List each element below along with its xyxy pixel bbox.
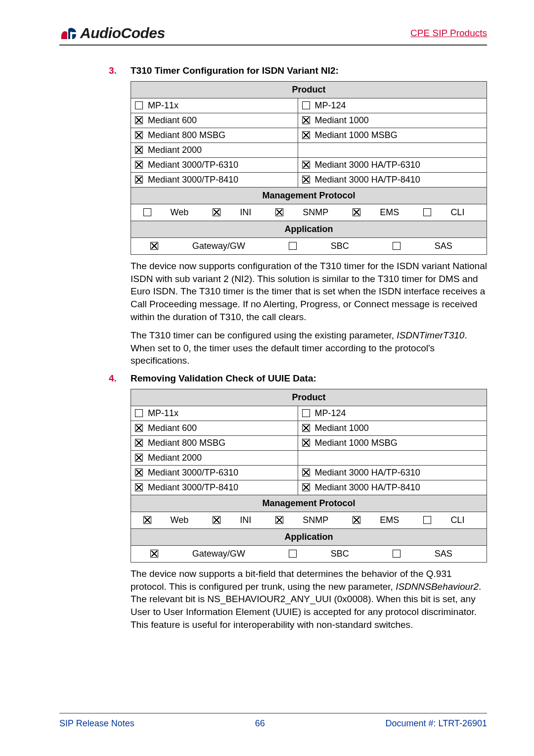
mp-label: CLI: [450, 515, 464, 525]
checkbox-icon: [143, 208, 151, 216]
product-cell: Mediant 3000/TP-6310: [131, 466, 298, 480]
checkbox-icon: [135, 439, 143, 447]
product-table: ProductMP-11xMP-124Mediant 600Mediant 10…: [131, 81, 487, 255]
checkbox-icon: [150, 242, 158, 250]
checkbox-icon: [135, 454, 143, 462]
product-cell: Mediant 2000: [131, 143, 298, 158]
brand-name: AudioCodes: [80, 25, 165, 42]
mp-label: EMS: [380, 207, 399, 218]
product-cell: Mediant 3000 HA/TP-6310: [298, 466, 487, 480]
product-cell-empty: [298, 451, 487, 466]
checkbox-icon: [353, 208, 360, 216]
mp-item: [213, 207, 225, 218]
product-cell-empty: [298, 143, 487, 158]
checkbox-icon: [289, 550, 297, 558]
app-item: [289, 549, 302, 559]
product-cell: Mediant 3000/TP-6310: [131, 158, 298, 173]
mp-label: INI: [240, 207, 251, 218]
mp-item: [275, 515, 288, 525]
mp-label: Web: [171, 515, 189, 525]
checkbox-icon: [302, 101, 310, 109]
mp-item: [353, 207, 365, 218]
product-cell: Mediant 1000 MSBG: [298, 128, 487, 143]
product-table: ProductMP-11xMP-124Mediant 600Mediant 10…: [131, 389, 487, 563]
product-cell: Mediant 3000/TP-8410: [131, 173, 298, 188]
app-label: SAS: [435, 549, 452, 559]
checkbox-icon: [393, 242, 400, 250]
checkbox-icon: [135, 101, 143, 109]
product-cell: Mediant 1000: [298, 113, 487, 128]
checkbox-icon: [135, 483, 143, 491]
product-cell: Mediant 3000 HA/TP-6310: [298, 158, 487, 173]
footer-right: Document #: LTRT-26901: [386, 718, 487, 729]
section-number: 3.: [109, 65, 122, 76]
mp-label: CLI: [450, 207, 464, 218]
checkbox-icon: [393, 550, 400, 558]
product-cell: MP-124: [298, 98, 487, 113]
product-cell: MP-124: [298, 406, 487, 421]
product-cell: MP-11x: [131, 406, 298, 421]
product-cell: Mediant 800 MSBG: [131, 128, 298, 143]
product-cell: Mediant 3000 HA/TP-8410: [298, 480, 487, 495]
paragraph: The device now supports configuration of…: [131, 260, 487, 323]
checkbox-icon: [302, 176, 310, 184]
app-item: [393, 549, 405, 559]
app-row: Gateway/GWSBCSAS: [131, 238, 487, 255]
app-item: [150, 549, 163, 559]
mp-item: [213, 515, 225, 525]
page-footer: SIP Release Notes 66 Document #: LTRT-26…: [59, 713, 487, 729]
mp-label: SNMP: [303, 207, 328, 218]
app-item: [289, 241, 302, 251]
page-number: 66: [134, 718, 386, 729]
product-cell: Mediant 1000: [298, 421, 487, 436]
checkbox-icon: [135, 116, 143, 124]
checkbox-icon: [135, 131, 143, 139]
product-cell: Mediant 800 MSBG: [131, 436, 298, 451]
checkbox-icon: [213, 208, 221, 216]
mp-header: Management Protocol: [131, 188, 487, 204]
app-header: Application: [131, 529, 487, 546]
mp-label: SNMP: [303, 515, 328, 525]
logo-icon: [59, 25, 79, 41]
mp-row: WebINISNMPEMSCLI: [131, 512, 487, 529]
product-cell: Mediant 2000: [131, 451, 298, 466]
mp-header: Management Protocol: [131, 495, 487, 512]
product-cell: Mediant 600: [131, 421, 298, 436]
checkbox-icon: [423, 516, 431, 524]
mp-item: [275, 207, 288, 218]
app-label: SAS: [435, 241, 452, 251]
section-title: T310 Timer Configuration for ISDN Varian…: [131, 65, 339, 76]
page-header: AudioCodes CPE SIP Products: [59, 25, 487, 46]
checkbox-icon: [302, 439, 310, 447]
checkbox-icon: [143, 516, 151, 524]
checkbox-icon: [135, 161, 143, 169]
app-item: [393, 241, 405, 251]
mp-row: WebINISNMPEMSCLI: [131, 204, 487, 221]
header-right-text: CPE SIP Products: [410, 28, 487, 39]
mp-label: INI: [240, 515, 251, 525]
mp-label: EMS: [380, 515, 399, 525]
checkbox-icon: [150, 550, 158, 558]
checkbox-icon: [135, 409, 143, 417]
mp-item: [143, 515, 156, 525]
checkbox-icon: [135, 146, 143, 154]
section-title: Removing Validation Check of UUIE Data:: [131, 373, 316, 384]
checkbox-icon: [302, 483, 310, 491]
footer-left: SIP Release Notes: [59, 718, 134, 729]
paragraph: The T310 timer can be configured using t…: [131, 329, 487, 367]
brand-logo: AudioCodes: [59, 25, 165, 42]
app-label: Gateway/GW: [192, 241, 245, 251]
app-label: SBC: [331, 549, 349, 559]
checkbox-icon: [135, 176, 143, 184]
app-label: Gateway/GW: [192, 549, 245, 559]
app-item: [150, 241, 163, 251]
app-header: Application: [131, 221, 487, 238]
checkbox-icon: [302, 161, 310, 169]
checkbox-icon: [135, 469, 143, 476]
product-cell: Mediant 3000/TP-8410: [131, 480, 298, 495]
checkbox-icon: [302, 131, 310, 139]
product-cell: Mediant 1000 MSBG: [298, 436, 487, 451]
checkbox-icon: [275, 516, 283, 524]
checkbox-icon: [302, 424, 310, 432]
checkbox-icon: [353, 516, 360, 524]
